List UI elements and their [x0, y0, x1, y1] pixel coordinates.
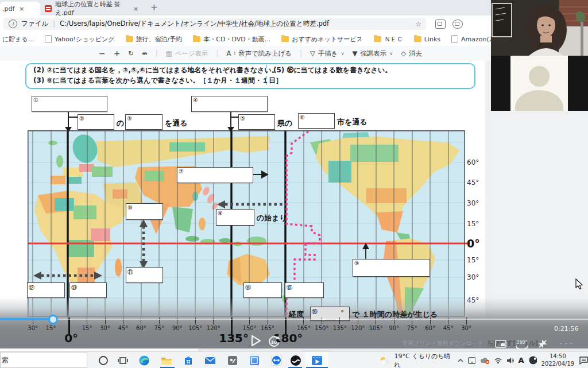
- seek-bar-progress[interactable]: [0, 318, 53, 320]
- folder-icon: [126, 36, 133, 42]
- longitude-label: 165°: [261, 325, 274, 331]
- longitude-label: 30°: [461, 325, 471, 331]
- webcam-video: [491, 0, 588, 56]
- mini-player-button[interactable]: [495, 340, 506, 348]
- label-shi-wo-tooru: 市を通る: [337, 117, 368, 127]
- scrollbar[interactable]: [485, 61, 491, 317]
- tab-close-icon[interactable]: ×: [133, 5, 138, 13]
- page-icon: [451, 35, 458, 43]
- zoom-icon[interactable]: [289, 354, 303, 367]
- bookmark-label: おすすめネットサービス: [292, 35, 363, 44]
- skip-back-30-button[interactable]: 30: [267, 335, 281, 348]
- read-aloud-button[interactable]: A) 音声で読み上げる: [226, 49, 292, 58]
- cortana-icon[interactable]: [96, 354, 110, 367]
- tab-current[interactable]: .pdf ×: [0, 2, 40, 16]
- exit-fullscreen-button[interactable]: [537, 339, 548, 348]
- longitude-label: 120°: [351, 325, 365, 331]
- bookmark-label: ＮＥＣ: [384, 35, 403, 44]
- info-icon[interactable]: i: [9, 20, 17, 28]
- bookmark-item[interactable]: Links: [414, 36, 440, 43]
- teamviewer-icon[interactable]: [269, 354, 283, 367]
- weather-icon[interactable]: [379, 356, 390, 365]
- weather-text[interactable]: 19°C くもりのち晴れ: [394, 352, 452, 368]
- bookmark-item[interactable]: ＮＥＣ: [374, 35, 403, 44]
- seek-bar-handle[interactable]: [48, 315, 58, 324]
- photos-icon[interactable]: [247, 354, 261, 367]
- ime-icon[interactable]: [529, 356, 537, 365]
- skip-amount: 30: [271, 340, 277, 345]
- address-input[interactable]: i ファイル | C:/Users/lapis/OneDrive/ドキュメント/…: [3, 18, 426, 30]
- highlight-button[interactable]: ▼ 強調表示 ∨: [352, 49, 393, 58]
- tablet-pc-icon[interactable]: [468, 357, 475, 364]
- tab-close-icon[interactable]: ×: [19, 5, 24, 13]
- answer-box-13: ⑬: [69, 282, 107, 298]
- edge-icon[interactable]: [137, 354, 151, 367]
- answer-box-1: ①: [32, 96, 107, 112]
- favorite-star-icon[interactable]: ☆: [415, 20, 421, 28]
- label-ken-no: 県の: [277, 118, 292, 129]
- longitude-label: 45°: [118, 325, 129, 331]
- fit-to-width-icon[interactable]: ⇹: [142, 49, 148, 57]
- bookmark-item[interactable]: 旅行、宿泊/予約: [126, 35, 183, 44]
- answer-box-14: ⑭: [243, 282, 282, 298]
- new-tab-button[interactable]: +: [150, 2, 158, 13]
- file-explorer-icon[interactable]: [160, 354, 173, 367]
- zoom-in-button[interactable]: +: [114, 49, 121, 58]
- folder-icon: [414, 36, 421, 42]
- elapsed-time: 0:21:56: [554, 325, 578, 332]
- connector-line: [230, 117, 239, 118]
- degree-mark: °: [341, 309, 345, 316]
- longitude-label: 105°: [369, 325, 383, 331]
- longitude-label: 30°: [28, 325, 38, 331]
- store-icon[interactable]: [181, 354, 195, 367]
- longitude-label: 0°: [64, 331, 78, 345]
- longitude-label: 75°: [154, 325, 164, 331]
- bookmark-item[interactable]: 本・CD・DVD・動画...: [193, 35, 270, 44]
- bookmark-item[interactable]: Yahoo!ショッピング: [45, 35, 114, 44]
- tab-answers[interactable]: 地球上の位置と時差 答え.pdf ×: [40, 2, 152, 16]
- answer-box-9: ⑨: [353, 259, 430, 277]
- hidden-icons-chevron[interactable]: [457, 358, 463, 363]
- arrow-down-icon: [227, 127, 234, 132]
- volume-icon[interactable]: [506, 357, 514, 364]
- wifi-icon[interactable]: [494, 357, 502, 364]
- task-view-icon[interactable]: [116, 354, 130, 367]
- tab-title: 地球上の位置と時差 答え.pdf: [55, 0, 129, 17]
- onedrive-error-icon[interactable]: [480, 357, 489, 364]
- answer-box-2: ②: [78, 114, 114, 130]
- bookmark-item[interactable]: おすすめネットサービス: [281, 35, 363, 44]
- taskbar-search-input[interactable]: 索: [0, 352, 87, 368]
- draw-button[interactable]: ▽ 手描き ∨: [310, 49, 345, 58]
- page-view-button[interactable]: ▤ ページ表示: [166, 49, 208, 58]
- seek-bar-track[interactable]: [55, 319, 588, 320]
- scheme-label: ファイル: [21, 20, 48, 28]
- profile-icon[interactable]: [452, 20, 463, 29]
- movies-tv-icon[interactable]: [310, 354, 324, 367]
- bookmark-item[interactable]: に貯まる...: [2, 35, 34, 44]
- latitude-label: 45°: [467, 296, 479, 304]
- collections-icon[interactable]: [435, 20, 446, 29]
- longitude-label: 90°: [389, 325, 399, 331]
- erase-button[interactable]: ◇ 消去: [401, 49, 422, 58]
- avatar-head: [529, 66, 550, 87]
- latitude-label: 15°: [467, 220, 479, 228]
- folder-icon: [281, 36, 289, 42]
- snip-sketch-icon[interactable]: [226, 354, 239, 367]
- ime-mode-indicator[interactable]: A: [519, 356, 524, 365]
- rotate-icon[interactable]: ↻: [128, 49, 134, 57]
- play-button[interactable]: [251, 335, 261, 347]
- bookmark-label: 旅行、宿泊/予約: [136, 35, 183, 44]
- bookmark-item[interactable]: Amazon(2): [451, 35, 496, 43]
- system-tray: 19°C くもりのち晴れ A 14:50 2022/04/19: [379, 352, 588, 368]
- longitude-label: 75°: [407, 325, 417, 331]
- clock[interactable]: 14:50 2022/04/19: [541, 353, 575, 367]
- longitude-label: 60°: [136, 325, 146, 331]
- mail-icon[interactable]: [203, 354, 217, 367]
- page-icon: [45, 35, 52, 43]
- rotate-360-button[interactable]: 360°: [514, 338, 529, 349]
- more-options-button[interactable]: · · ·: [560, 340, 572, 347]
- zoom-out-button[interactable]: −: [99, 49, 106, 58]
- action-center-icon[interactable]: [579, 356, 588, 365]
- longitude-label: 15°: [82, 325, 92, 331]
- latitude-label: 30°: [467, 199, 479, 207]
